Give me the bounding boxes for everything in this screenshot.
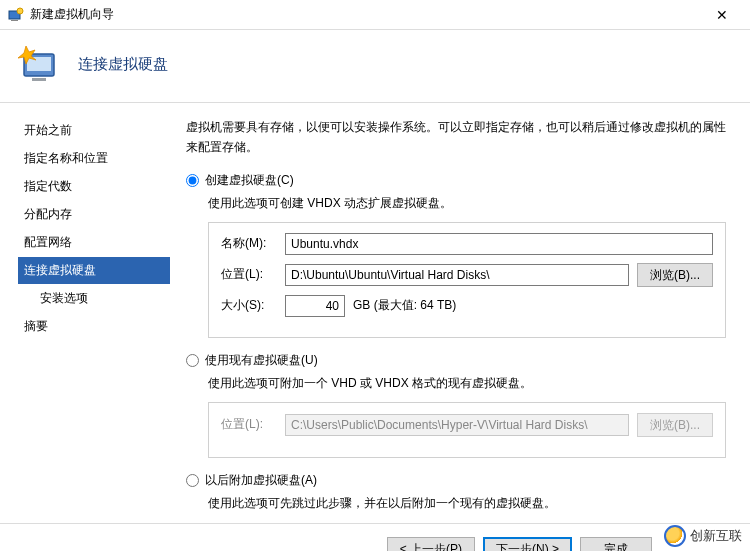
later-vhd-desc: 使用此选项可先跳过此步骤，并在以后附加一个现有的虚拟硬盘。 (208, 495, 726, 512)
intro-text: 虚拟机需要具有存储，以便可以安装操作系统。可以立即指定存储，也可以稍后通过修改虚… (186, 117, 726, 158)
next-button[interactable]: 下一步(N) > (483, 537, 572, 552)
watermark: 创新互联 (664, 525, 742, 547)
name-input[interactable] (285, 233, 713, 255)
close-icon[interactable]: ✕ (702, 7, 742, 23)
radio-create-vhd[interactable] (186, 174, 199, 187)
titlebar: 新建虚拟机向导 ✕ (0, 0, 750, 30)
wizard-footer: < 上一步(P) 下一步(N) > 完成 取消 (0, 523, 750, 551)
size-suffix: GB (最大值: 64 TB) (353, 297, 456, 314)
svg-point-2 (17, 8, 23, 14)
existing-browse-button: 浏览(B)... (637, 413, 713, 437)
create-vhd-fieldset: 名称(M): 位置(L): 浏览(B)... 大小(S): GB (最大值: 6… (208, 222, 726, 338)
existing-vhd-fieldset: 位置(L): 浏览(B)... (208, 402, 726, 458)
radio-existing-vhd-label: 使用现有虚拟硬盘(U) (205, 352, 318, 369)
window-title: 新建虚拟机向导 (30, 6, 702, 23)
step-connect-vhd[interactable]: 连接虚拟硬盘 (18, 257, 170, 284)
location-input[interactable] (285, 264, 629, 286)
svg-rect-1 (11, 20, 18, 21)
main-panel: 虚拟机需要具有存储，以便可以安装操作系统。可以立即指定存储，也可以稍后通过修改虚… (170, 103, 750, 523)
step-memory[interactable]: 分配内存 (18, 201, 170, 228)
step-network[interactable]: 配置网络 (18, 229, 170, 256)
option-create-vhd: 创建虚拟硬盘(C) 使用此选项可创建 VHDX 动态扩展虚拟硬盘。 名称(M):… (186, 172, 726, 338)
radio-later-vhd[interactable] (186, 474, 199, 487)
svg-rect-5 (32, 78, 46, 81)
prev-button[interactable]: < 上一步(P) (387, 537, 475, 552)
radio-create-vhd-label: 创建虚拟硬盘(C) (205, 172, 294, 189)
page-title: 连接虚拟硬盘 (78, 55, 168, 74)
size-input[interactable] (285, 295, 345, 317)
svg-rect-4 (27, 57, 51, 71)
step-summary[interactable]: 摘要 (18, 313, 170, 340)
watermark-logo-icon (664, 525, 686, 547)
browse-button[interactable]: 浏览(B)... (637, 263, 713, 287)
step-before-begin[interactable]: 开始之前 (18, 117, 170, 144)
wizard-header: 连接虚拟硬盘 (0, 30, 750, 103)
radio-existing-vhd[interactable] (186, 354, 199, 367)
create-vhd-desc: 使用此选项可创建 VHDX 动态扩展虚拟硬盘。 (208, 195, 726, 212)
step-install-options[interactable]: 安装选项 (18, 285, 170, 312)
existing-location-input (285, 414, 629, 436)
app-icon (8, 7, 24, 23)
watermark-text: 创新互联 (690, 527, 742, 545)
wizard-icon (18, 40, 66, 88)
size-label: 大小(S): (221, 297, 277, 314)
step-name-location[interactable]: 指定名称和位置 (18, 145, 170, 172)
step-generation[interactable]: 指定代数 (18, 173, 170, 200)
option-existing-vhd: 使用现有虚拟硬盘(U) 使用此选项可附加一个 VHD 或 VHDX 格式的现有虚… (186, 352, 726, 458)
wizard-steps: 开始之前 指定名称和位置 指定代数 分配内存 配置网络 连接虚拟硬盘 安装选项 … (0, 103, 170, 523)
name-label: 名称(M): (221, 235, 277, 252)
option-later-vhd: 以后附加虚拟硬盘(A) 使用此选项可先跳过此步骤，并在以后附加一个现有的虚拟硬盘… (186, 472, 726, 512)
existing-vhd-desc: 使用此选项可附加一个 VHD 或 VHDX 格式的现有虚拟硬盘。 (208, 375, 726, 392)
location-label: 位置(L): (221, 266, 277, 283)
finish-button[interactable]: 完成 (580, 537, 652, 552)
existing-location-label: 位置(L): (221, 416, 277, 433)
radio-later-vhd-label: 以后附加虚拟硬盘(A) (205, 472, 317, 489)
